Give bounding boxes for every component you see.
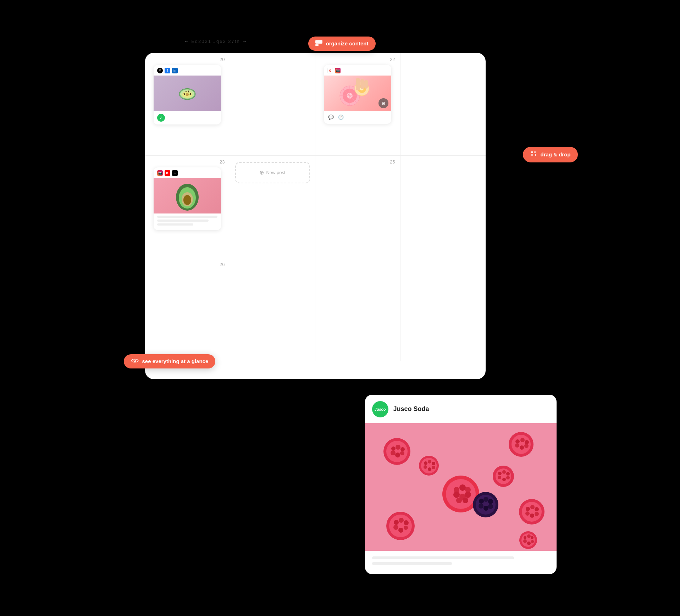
day-number-26: 26 [150, 262, 225, 267]
svg-point-79 [428, 460, 431, 464]
cal-cell-21 [230, 53, 315, 156]
cal-cell-empty-3c [315, 258, 400, 361]
text-line-3 [157, 223, 193, 226]
organize-label-text: organize content [326, 40, 369, 46]
svg-point-88 [488, 499, 493, 504]
post-card-melon[interactable]: ✕ f in [154, 65, 221, 124]
new-post-button[interactable]: ⊕ New post [235, 162, 310, 183]
youtube-icon: ▶ [165, 170, 170, 176]
svg-point-70 [526, 507, 530, 511]
svg-point-3 [186, 93, 189, 96]
svg-point-66 [398, 528, 403, 533]
organize-svg [315, 40, 322, 46]
avocado-svg [170, 179, 205, 212]
svg-point-48 [400, 447, 405, 451]
svg-point-69 [522, 502, 542, 522]
svg-point-89 [479, 504, 483, 509]
svg-point-54 [515, 439, 520, 444]
svg-point-32 [134, 360, 135, 361]
avatar-text: Jusco [375, 407, 386, 411]
post-card-avocado[interactable]: 📷 ▶ ♪ [154, 167, 221, 230]
svg-point-59 [524, 444, 529, 448]
svg-point-35 [446, 479, 476, 509]
svg-point-45 [386, 441, 408, 462]
svg-point-58 [520, 445, 524, 450]
drag-drop-label-text: drag & drop [541, 151, 571, 157]
new-post-plus-icon: ⊕ [259, 169, 264, 176]
post-card-header-avocado: 📷 ▶ ♪ [154, 167, 221, 178]
cal-cell-20: 20 ✕ f in [145, 53, 230, 156]
drag-icon [530, 150, 537, 159]
post-card-text [154, 213, 221, 230]
svg-point-63 [399, 518, 404, 523]
cal-cell-empty-3b [230, 258, 315, 361]
svg-point-86 [479, 499, 484, 504]
svg-rect-26 [316, 41, 322, 43]
melon-image [154, 76, 221, 111]
svg-point-67 [404, 526, 408, 530]
calendar-nav: ← Eq2021 Jq62 27th → [184, 39, 248, 44]
main-scene: ← Eq2021 Jq62 27th → 20 ✕ f in [145, 42, 535, 574]
google-icon: G [327, 68, 333, 73]
checkmark-icon: ✓ [157, 114, 165, 122]
brand-name: Jusco Soda [393, 405, 429, 413]
drink-image: ⊕ [324, 76, 391, 111]
comment-icon: 💬 [327, 114, 335, 121]
svg-point-104 [531, 536, 534, 539]
clock-icon: 🕐 [337, 114, 344, 121]
expanded-card-header: Jusco Jusco Soda [365, 395, 557, 423]
drag-drop-label: drag & drop [523, 147, 578, 162]
svg-point-83 [432, 466, 435, 469]
svg-rect-27 [315, 44, 319, 46]
instagram-icon-2: 📷 [157, 170, 163, 176]
day-number-22: 22 [320, 57, 395, 62]
svg-point-43 [463, 498, 468, 503]
svg-point-37 [459, 484, 466, 491]
svg-point-95 [502, 470, 506, 474]
svg-point-73 [525, 511, 530, 516]
expanded-card-image [365, 423, 557, 551]
tiktok-icon: ♪ [172, 170, 178, 176]
svg-point-64 [404, 520, 409, 525]
svg-point-41 [465, 492, 471, 498]
svg-point-80 [432, 462, 435, 465]
organize-icon [315, 40, 322, 47]
svg-point-39 [453, 492, 460, 498]
drag-svg [530, 150, 537, 157]
brand-avatar: Jusco [372, 401, 388, 417]
svg-point-46 [391, 446, 396, 451]
svg-point-87 [483, 497, 488, 502]
post-card-drink[interactable]: G 📷 [324, 65, 391, 124]
post-card-footer: ✓ [154, 111, 221, 124]
expanded-card-footer [365, 551, 557, 574]
svg-point-47 [396, 445, 400, 450]
svg-rect-18 [356, 78, 360, 90]
svg-point-96 [506, 472, 510, 476]
calendar-title: Eq2021 Jq62 27th [191, 39, 240, 44]
svg-point-94 [498, 472, 502, 475]
svg-point-75 [535, 512, 539, 516]
add-to-post-icon[interactable]: ⊕ [378, 98, 388, 108]
footer-text-line-1 [372, 556, 514, 559]
melon-svg [177, 84, 198, 102]
svg-point-81 [424, 465, 427, 469]
svg-point-42 [456, 498, 462, 503]
cal-cell-26: 26 [145, 258, 230, 361]
calendar-grid: 20 ✕ f in [145, 53, 486, 361]
organize-content-label: organize content [308, 37, 376, 51]
svg-point-106 [527, 542, 531, 545]
svg-point-74 [530, 514, 534, 518]
berries-svg [365, 423, 557, 551]
calendar-card: 20 ✕ f in [145, 53, 486, 379]
svg-point-102 [524, 536, 526, 539]
svg-point-98 [502, 478, 506, 481]
eye-svg [131, 358, 139, 364]
svg-point-97 [498, 476, 501, 479]
svg-point-103 [527, 534, 531, 538]
cal-cell-25: 25 [315, 156, 400, 258]
glance-label: see everything at a glance [124, 354, 216, 368]
new-post-label: New post [266, 170, 285, 175]
svg-point-55 [520, 438, 525, 442]
post-card-header-drink: G 📷 [324, 65, 391, 76]
instagram-icon: 📷 [335, 68, 341, 73]
